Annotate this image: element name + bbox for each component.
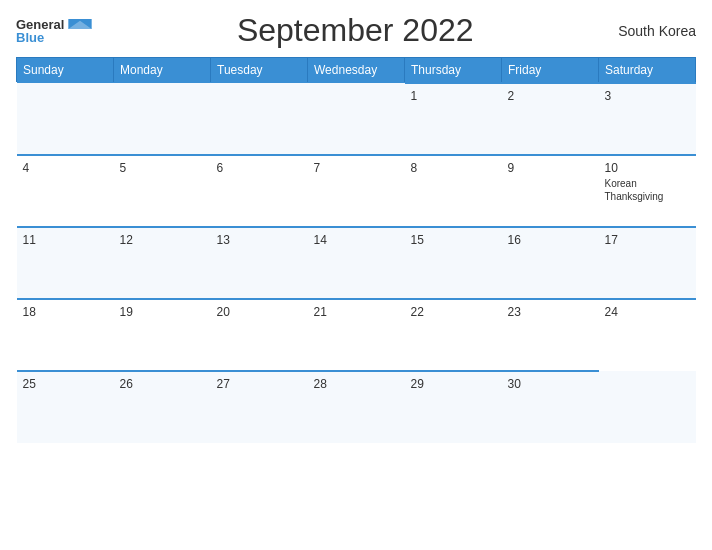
calendar-cell <box>211 83 308 155</box>
day-number: 15 <box>411 233 496 247</box>
calendar-cell: 18 <box>17 299 114 371</box>
calendar-cell: 28 <box>308 371 405 443</box>
calendar-cell: 10Korean Thanksgiving <box>599 155 696 227</box>
day-number: 4 <box>23 161 108 175</box>
week-row-3: 18192021222324 <box>17 299 696 371</box>
calendar-cell: 13 <box>211 227 308 299</box>
calendar-cell: 26 <box>114 371 211 443</box>
calendar-cell: 21 <box>308 299 405 371</box>
calendar-cell: 27 <box>211 371 308 443</box>
day-number: 14 <box>314 233 399 247</box>
calendar-cell <box>308 83 405 155</box>
day-number: 13 <box>217 233 302 247</box>
country-label: South Korea <box>616 23 696 39</box>
col-thursday: Thursday <box>405 58 502 84</box>
page: General Blue September 2022 South Korea … <box>0 0 712 550</box>
calendar-cell <box>17 83 114 155</box>
week-row-4: 252627282930 <box>17 371 696 443</box>
header: General Blue September 2022 South Korea <box>16 12 696 49</box>
day-number: 10 <box>605 161 690 175</box>
calendar-cell: 3 <box>599 83 696 155</box>
week-row-0: 123 <box>17 83 696 155</box>
day-number: 25 <box>23 377 108 391</box>
day-number: 22 <box>411 305 496 319</box>
calendar-body: 12345678910Korean Thanksgiving1112131415… <box>17 83 696 443</box>
logo-blue-text: Blue <box>16 31 44 44</box>
day-number: 12 <box>120 233 205 247</box>
calendar-cell: 15 <box>405 227 502 299</box>
day-number: 18 <box>23 305 108 319</box>
day-number: 8 <box>411 161 496 175</box>
calendar-cell: 8 <box>405 155 502 227</box>
day-number: 19 <box>120 305 205 319</box>
calendar-table: Sunday Monday Tuesday Wednesday Thursday… <box>16 57 696 443</box>
col-tuesday: Tuesday <box>211 58 308 84</box>
calendar-cell <box>599 371 696 443</box>
day-number: 21 <box>314 305 399 319</box>
col-friday: Friday <box>502 58 599 84</box>
calendar-cell: 19 <box>114 299 211 371</box>
calendar-cell: 20 <box>211 299 308 371</box>
day-number: 26 <box>120 377 205 391</box>
day-number: 11 <box>23 233 108 247</box>
day-number: 9 <box>508 161 593 175</box>
calendar-header: Sunday Monday Tuesday Wednesday Thursday… <box>17 58 696 84</box>
day-number: 24 <box>605 305 690 319</box>
calendar-cell: 11 <box>17 227 114 299</box>
day-number: 3 <box>605 89 690 103</box>
calendar-cell: 24 <box>599 299 696 371</box>
day-number: 20 <box>217 305 302 319</box>
day-number: 6 <box>217 161 302 175</box>
logo-flag-icon <box>66 19 94 29</box>
calendar-cell: 6 <box>211 155 308 227</box>
day-number: 30 <box>508 377 593 391</box>
logo-general-text: General <box>16 18 64 31</box>
day-number: 28 <box>314 377 399 391</box>
day-number: 2 <box>508 89 593 103</box>
calendar-cell: 25 <box>17 371 114 443</box>
day-number: 17 <box>605 233 690 247</box>
day-number: 23 <box>508 305 593 319</box>
calendar-cell: 2 <box>502 83 599 155</box>
col-sunday: Sunday <box>17 58 114 84</box>
col-wednesday: Wednesday <box>308 58 405 84</box>
col-saturday: Saturday <box>599 58 696 84</box>
day-number: 1 <box>411 89 496 103</box>
calendar-title: September 2022 <box>94 12 616 49</box>
calendar-cell <box>114 83 211 155</box>
week-row-2: 11121314151617 <box>17 227 696 299</box>
day-number: 7 <box>314 161 399 175</box>
day-number: 27 <box>217 377 302 391</box>
logo: General Blue <box>16 18 94 44</box>
calendar-cell: 1 <box>405 83 502 155</box>
calendar-cell: 23 <box>502 299 599 371</box>
calendar-cell: 30 <box>502 371 599 443</box>
event-label: Korean Thanksgiving <box>605 177 690 203</box>
col-monday: Monday <box>114 58 211 84</box>
calendar-cell: 17 <box>599 227 696 299</box>
calendar-cell: 7 <box>308 155 405 227</box>
day-number: 16 <box>508 233 593 247</box>
week-row-1: 45678910Korean Thanksgiving <box>17 155 696 227</box>
day-number: 29 <box>411 377 496 391</box>
weekday-row: Sunday Monday Tuesday Wednesday Thursday… <box>17 58 696 84</box>
calendar-cell: 5 <box>114 155 211 227</box>
calendar-cell: 29 <box>405 371 502 443</box>
calendar-cell: 16 <box>502 227 599 299</box>
calendar-cell: 14 <box>308 227 405 299</box>
day-number: 5 <box>120 161 205 175</box>
calendar-cell: 22 <box>405 299 502 371</box>
calendar-cell: 9 <box>502 155 599 227</box>
calendar-cell: 4 <box>17 155 114 227</box>
calendar-cell: 12 <box>114 227 211 299</box>
